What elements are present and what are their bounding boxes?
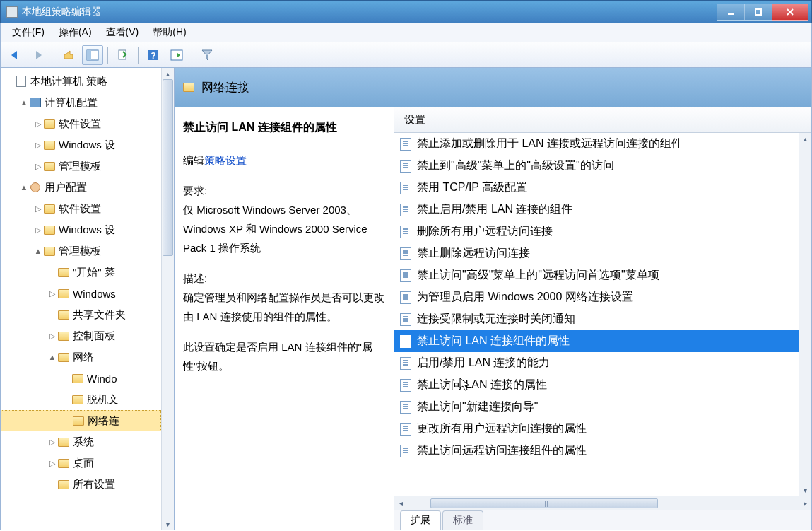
filter-button[interactable] [196,45,218,65]
up-button[interactable] [59,45,80,65]
settings-list[interactable]: 禁止添加或删除用于 LAN 连接或远程访问连接的组件禁止到"高级"菜单上的"高级… [394,133,799,496]
folder-icon [183,83,194,92]
separator [192,47,192,64]
tree-item[interactable]: 本地计算机 策略 [1,71,161,92]
tree-item[interactable]: ▷Windows [1,283,161,304]
tree-item[interactable]: 所有设置 [1,474,161,495]
tree-item[interactable]: ▷软件设置 [1,113,161,134]
tree-twist-icon[interactable]: ▷ [47,332,57,341]
policy-icon [400,313,411,326]
hscroll-thumb[interactable] [430,498,657,508]
tree-item[interactable]: ▲用户配置 [1,177,161,198]
list-item[interactable]: 禁止访问远程访问连接组件的属性 [394,440,799,462]
tree-scrollbar[interactable]: ▴ ▾ [161,68,174,530]
tree-twist-icon[interactable]: ▷ [33,119,43,129]
list-item[interactable]: 连接受限制或无连接时关闭通知 [394,308,799,330]
scroll-down-icon[interactable]: ▾ [799,484,811,496]
svg-rect-5 [87,50,91,60]
tree-item[interactable]: ▲管理模板 [1,240,161,262]
tree-item[interactable]: ▷Windows 设 [1,134,161,156]
tree-twist-icon[interactable]: ▲ [47,353,57,361]
list-header-settings[interactable]: 设置 [394,107,811,133]
tree-item[interactable]: Windo [1,368,161,389]
tree-twist-icon[interactable]: ▷ [33,226,43,235]
requirements-label: 要求: [183,185,207,197]
tree-twist-icon[interactable]: ▷ [47,438,57,447]
tree-item[interactable]: ▷系统 [1,431,161,453]
tree-item[interactable]: ▲计算机配置 [1,92,161,113]
list-item[interactable]: 禁止到"高级"菜单上的"高级设置"的访问 [394,155,799,177]
tree-item[interactable]: 网络连 [1,410,161,431]
policy-icon [400,247,411,260]
tree-item[interactable]: ▷桌面 [1,453,161,474]
scroll-left-icon[interactable]: ◂ [394,499,407,507]
tree-twist-icon[interactable]: ▲ [19,98,29,107]
tree-twist-icon[interactable]: ▷ [47,289,57,298]
tree-item[interactable]: ▷Windows 设 [1,219,161,240]
tree-item-label: 本地计算机 策略 [30,75,107,88]
scroll-up-icon[interactable]: ▴ [162,68,174,79]
help-button[interactable]: ? [143,45,164,65]
tree-item[interactable]: 共享文件夹 [1,304,161,325]
tree-item[interactable]: ▷软件设置 [1,198,161,219]
tree-twist-icon[interactable]: ▷ [33,204,43,214]
menu-help[interactable]: 帮助(H) [146,23,193,42]
list-item[interactable]: 禁止删除远程访问连接 [394,243,799,264]
policy-icon [400,138,411,151]
list-item[interactable]: 禁止访问"新建连接向导" [394,396,799,418]
menu-file[interactable]: 文件(F) [5,23,52,42]
tree-item[interactable]: ▷管理模板 [1,156,161,177]
scroll-thumb[interactable] [163,79,173,256]
requirements-text: 仅 Microsoft Windows Server 2003、Windows … [183,204,367,254]
edit-policy-link[interactable]: 策略设置 [204,154,247,166]
tree-item[interactable]: 脱机文 [1,389,161,410]
list-item[interactable]: 启用/禁用 LAN 连接的能力 [394,352,799,374]
fold-icon [57,309,70,320]
tree-item-label: "开始" 菜 [73,266,115,279]
tree[interactable]: 本地计算机 策略▲计算机配置▷软件设置▷Windows 设▷管理模板▲用户配置▷… [1,68,161,530]
tab-extended[interactable]: 扩展 [400,510,441,530]
list-item[interactable]: 为管理员启用 Windows 2000 网络连接设置 [394,286,799,308]
list-item-label: 禁止访问"高级"菜单上的"远程访问首选项"菜单项 [417,268,659,283]
menu-view[interactable]: 查看(V) [99,23,146,42]
list-item[interactable]: 禁止访问 LAN 连接的属性 [394,374,799,396]
export-button[interactable] [112,45,134,65]
forward-button[interactable] [28,45,49,65]
close-button[interactable] [772,4,808,21]
tree-twist-icon[interactable]: ▷ [33,141,43,150]
list-item[interactable]: 禁止启用/禁用 LAN 连接的组件 [394,199,799,221]
tab-standard[interactable]: 标准 [442,510,483,530]
list-scrollbar[interactable]: ▴ ▾ [799,133,811,496]
scroll-up-icon[interactable]: ▴ [799,133,811,144]
list-hscrollbar[interactable]: ◂ ▸ [394,496,811,510]
list-item[interactable]: 更改所有用户远程访问连接的属性 [394,418,799,440]
list-item[interactable]: 禁用 TCP/IP 高级配置 [394,177,799,199]
tree-item-label: Windows 设 [59,139,115,152]
scroll-down-icon[interactable]: ▾ [162,518,174,530]
tree-twist-icon[interactable]: ▷ [47,459,57,468]
back-button[interactable] [5,45,26,65]
list-item-label: 禁止访问 LAN 连接的属性 [417,378,547,392]
list-item[interactable]: 禁止访问"高级"菜单上的"远程访问首选项"菜单项 [394,264,799,286]
list-item-label: 禁止到"高级"菜单上的"高级设置"的访问 [417,158,614,173]
menubar: 文件(F) 操作(A) 查看(V) 帮助(H) [0,23,812,42]
tree-item-label: 所有设置 [73,478,115,491]
policy-icon [400,160,411,173]
tree-item[interactable]: "开始" 菜 [1,262,161,283]
list-item[interactable]: 删除所有用户远程访问连接 [394,221,799,243]
list-item[interactable]: 禁止添加或删除用于 LAN 连接或远程访问连接的组件 [394,133,799,155]
tree-item[interactable]: ▷控制面板 [1,325,161,346]
menu-action[interactable]: 操作(A) [52,23,99,42]
tree-twist-icon[interactable]: ▲ [19,183,29,192]
minimize-button[interactable] [717,4,745,21]
separator [54,47,54,64]
tree-twist-icon[interactable]: ▲ [33,247,43,255]
maximize-button[interactable] [744,4,772,21]
tree-twist-icon[interactable]: ▷ [33,162,43,171]
fold-icon [43,118,56,129]
show-hide-tree-button[interactable] [82,45,103,65]
scroll-right-icon[interactable]: ▸ [799,499,811,507]
tree-item[interactable]: ▲网络 [1,346,161,368]
properties-button[interactable] [166,45,187,65]
list-item[interactable]: 禁止访问 LAN 连接组件的属性 [394,330,799,352]
